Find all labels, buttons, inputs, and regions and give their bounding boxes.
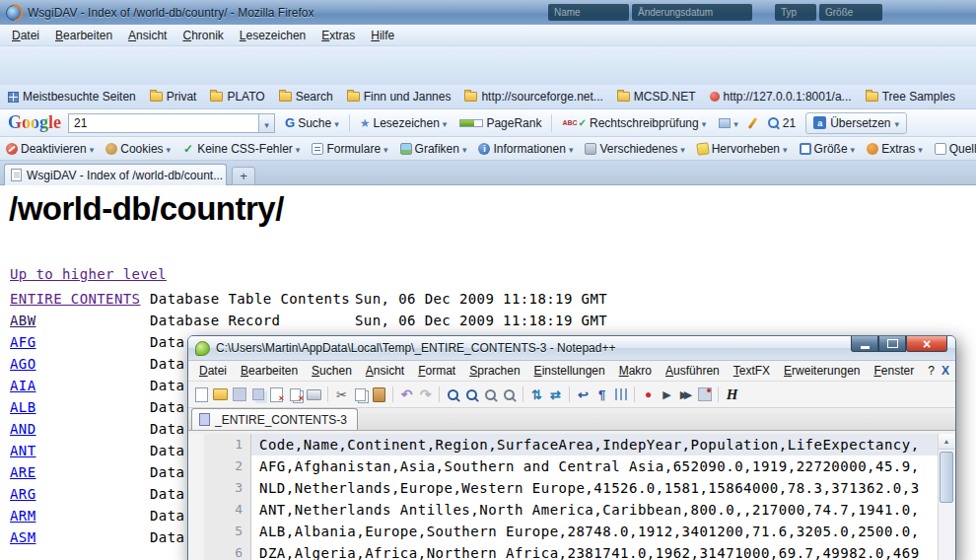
record-macro-icon[interactable] (640, 386, 657, 403)
firefox-titlebar[interactable]: WsgiDAV - Index of /world-db/country/ - … (0, 0, 976, 25)
zoom-out-icon[interactable] (501, 386, 518, 403)
npp-menu-makro[interactable]: Makro (612, 362, 659, 380)
show-all-characters-icon[interactable] (593, 386, 610, 403)
open-file-icon[interactable] (212, 386, 229, 403)
cut-icon[interactable] (333, 386, 350, 403)
replace-icon[interactable] (463, 386, 480, 403)
listing-link[interactable]: ALB (10, 399, 150, 415)
listing-link[interactable]: AGO (10, 356, 150, 372)
save-macro-icon[interactable] (696, 386, 713, 403)
bookmark-plato[interactable]: PLATO (210, 90, 264, 104)
listing-link[interactable]: ARE (10, 464, 150, 480)
listing-link[interactable]: ARG (10, 486, 150, 502)
word-find-button[interactable]: 21 (764, 116, 799, 130)
webdev-extras[interactable]: Extras (867, 142, 923, 156)
pagerank-widget[interactable]: PageRank (456, 116, 544, 130)
webdev-quelltext[interactable]: Quellte (935, 142, 976, 156)
copy-icon[interactable] (352, 386, 369, 403)
search-history-dropdown[interactable] (258, 114, 274, 132)
npp-menu-bearbeiten[interactable]: Bearbeiten (234, 362, 305, 380)
npp-menu-datei[interactable]: Datei (192, 362, 234, 380)
close-all-icon[interactable] (287, 386, 304, 403)
listing-link[interactable]: ASM (10, 529, 150, 545)
webdev-deaktivieren[interactable]: Deaktivieren (6, 142, 94, 156)
webdev-hervorheben[interactable]: Hervorheben (697, 142, 788, 156)
sync-horizontal-icon[interactable] (547, 386, 564, 403)
npp-menu-textfx[interactable]: TextFX (727, 362, 777, 380)
npp-menu-ansicht[interactable]: Ansicht (359, 362, 411, 380)
indent-guide-icon[interactable] (612, 386, 629, 403)
listing-link[interactable]: AIA (10, 378, 150, 393)
webdev-css[interactable]: Keine CSS-Fehler (182, 142, 300, 156)
npp-menu-format[interactable]: Format (411, 362, 462, 380)
notepadpp-titlebar[interactable]: C:\Users\Martin\AppData\Local\Temp\_ENTI… (188, 336, 955, 361)
listing-link[interactable]: AFG (10, 334, 150, 350)
new-file-icon[interactable] (193, 386, 210, 403)
sync-vertical-icon[interactable] (528, 386, 545, 403)
npp-menu-sprachen[interactable]: Sprachen (462, 362, 526, 380)
scrollbar-thumb[interactable] (940, 452, 953, 503)
listing-link[interactable]: AND (10, 421, 150, 437)
scroll-up-arrow[interactable] (939, 434, 954, 450)
listing-link[interactable]: ARM (10, 508, 150, 524)
webdev-verschiedenes[interactable]: Verschiedenes (585, 142, 684, 156)
word-wrap-icon[interactable] (575, 386, 592, 403)
webdev-cookies[interactable]: Cookies (105, 142, 171, 156)
google-bookmarks-button[interactable]: Lesezeichen (357, 116, 451, 130)
run-macro-multiple-icon[interactable] (677, 386, 694, 403)
npp-menu-fenster[interactable]: Fenster (867, 362, 921, 380)
bookmark-127-0-0-1-8001[interactable]: http://127.0.0.1:8001/a... (710, 90, 852, 104)
npp-menu-erweiterungen[interactable]: Erweiterungen (777, 362, 867, 380)
document-tab[interactable]: _ENTIRE_CONTENTS-3 (191, 408, 358, 430)
minimize-button[interactable] (851, 336, 878, 352)
listing-link[interactable]: ABW (10, 313, 150, 328)
new-tab-button[interactable]: + (232, 167, 255, 185)
bookmark-mcsd-net[interactable]: MCSD.NET (617, 90, 696, 104)
bookmark-margin[interactable] (189, 434, 204, 560)
sidewiki-button[interactable] (716, 116, 741, 130)
highlighter-button[interactable] (748, 117, 757, 129)
listing-link[interactable]: ANT (10, 443, 150, 458)
close-file-icon[interactable] (268, 386, 285, 403)
save-all-icon[interactable] (249, 386, 266, 403)
redo-icon[interactable] (417, 386, 434, 403)
bookmark-sourceforge[interactable]: http://sourceforge.net... (464, 90, 602, 104)
translate-button[interactable]: Übersetzen (805, 112, 907, 134)
menu-hilfe[interactable]: Hilfe (363, 26, 402, 45)
webdev-grafiken[interactable]: Grafiken (400, 142, 467, 156)
menu-lesezeichen[interactable]: Lesezeichen (232, 26, 314, 45)
npp-menu-help[interactable]: ? (921, 362, 941, 380)
maximize-button[interactable] (878, 336, 906, 352)
bookmark-finn-und-jannes[interactable]: Finn und Jannes (347, 90, 452, 104)
listing-link[interactable]: ENTIRE CONTENTS (10, 291, 150, 307)
bookmark-search[interactable]: Search (279, 90, 333, 104)
save-icon[interactable] (231, 386, 247, 403)
find-icon[interactable] (445, 386, 461, 403)
google-search-input[interactable] (69, 116, 258, 130)
menu-datei[interactable]: Datei (4, 26, 47, 45)
tab-wsgidav[interactable]: WsgiDAV - Index of /world-db/count... (4, 164, 227, 185)
paste-icon[interactable] (371, 386, 387, 403)
npp-menu-close-x[interactable]: X (941, 364, 957, 378)
up-to-higher-level-link[interactable]: Up to higher level (10, 266, 167, 282)
html-preview-icon[interactable] (724, 386, 740, 403)
play-macro-icon[interactable] (659, 386, 675, 403)
spellcheck-button[interactable]: Rechtschreibprüfung (559, 116, 709, 130)
bookmark-tree-samples[interactable]: Tree Samples (866, 90, 955, 104)
menu-extras[interactable]: Extras (314, 26, 363, 45)
google-search-box[interactable] (68, 113, 275, 133)
print-file-icon[interactable] (306, 386, 322, 403)
menu-ansicht[interactable]: Ansicht (120, 26, 174, 45)
npp-menu-ausfuehren[interactable]: Ausführen (659, 362, 727, 380)
bookmark-meistbesuchte-seiten[interactable]: Meistbesuchte Seiten (8, 90, 136, 104)
webdev-informationen[interactable]: Informationen (478, 142, 573, 156)
bookmark-privat[interactable]: Privat (150, 90, 197, 104)
close-button[interactable] (906, 336, 947, 352)
vertical-scrollbar[interactable] (938, 434, 954, 560)
npp-menu-einstellungen[interactable]: Einstellungen (527, 362, 612, 380)
webdev-formulare[interactable]: Formulare (312, 142, 387, 156)
text-editor[interactable]: Code,Name,Continent,Region,SurfaceArea,I… (251, 434, 938, 560)
google-search-button[interactable]: Suche (282, 115, 342, 130)
menu-bearbeiten[interactable]: Bearbeiten (47, 26, 120, 45)
zoom-in-icon[interactable] (482, 386, 499, 403)
